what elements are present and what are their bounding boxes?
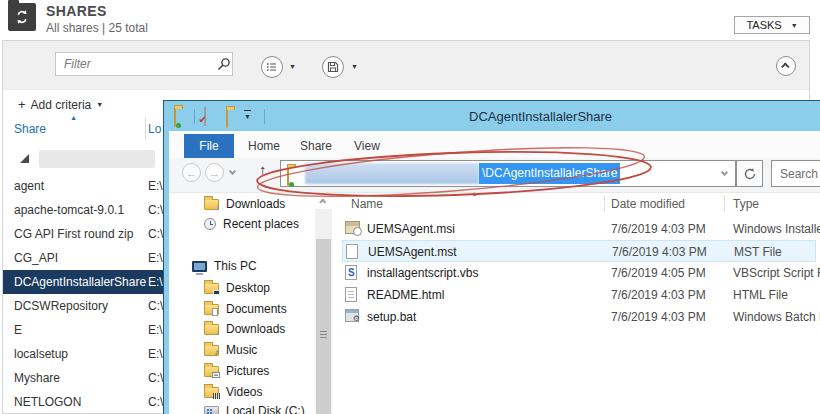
group-expand-icon[interactable]	[20, 154, 29, 163]
nav-label: This PC	[214, 259, 257, 273]
column-separator	[145, 118, 146, 140]
nav-label: Local Disk (C:)	[226, 404, 305, 414]
address-dropdown-chevron-icon[interactable]	[721, 169, 728, 176]
column-header-local-path[interactable]: Lo	[148, 122, 161, 136]
file-row-bat[interactable]: ⚙ setup.bat 7/6/2019 4:03 PM Windows Bat…	[342, 306, 816, 328]
chevron-up-icon	[781, 62, 789, 70]
forward-arrow-icon: →	[209, 167, 220, 179]
share-name: E	[14, 323, 22, 337]
up-button[interactable]: ↑	[259, 161, 267, 178]
column-separator	[724, 195, 725, 212]
file-date: 7/6/2019 4:05 PM	[611, 266, 706, 280]
file-name: UEMSAgent.msi	[367, 222, 455, 236]
search-input[interactable]: Search	[771, 160, 820, 187]
qat-properties-button[interactable]: ✔	[204, 107, 206, 126]
nav-item-music[interactable]: ♪ Music	[204, 341, 257, 359]
file-date: 7/6/2019 4:03 PM	[611, 310, 706, 324]
nav-item-downloads[interactable]: ↓ Downloads	[204, 195, 285, 213]
local-disk-icon	[204, 406, 219, 414]
share-path: E:\	[148, 251, 163, 265]
column-header-type[interactable]: Type	[733, 197, 759, 211]
share-user-dot-icon	[176, 123, 181, 128]
file-name: README.html	[367, 288, 444, 302]
file-row-html[interactable]: README.html 7/6/2019 4:03 PM HTML File	[342, 284, 816, 306]
file-row-msi[interactable]: UEMSAgent.msi 7/6/2019 4:03 PM Windows I…	[342, 218, 816, 240]
music-folder-icon: ♪	[204, 345, 219, 356]
share-path: E:\	[148, 347, 163, 361]
mini-screen-icon	[213, 290, 220, 295]
mini-film-icon	[213, 393, 220, 399]
file-name: installagentscript.vbs	[367, 266, 478, 280]
column-header-share[interactable]: Share	[14, 122, 46, 136]
downloads-folder-icon: ↓	[204, 324, 219, 335]
forward-button[interactable]: →	[205, 163, 224, 182]
tab-home[interactable]: Home	[248, 139, 280, 153]
pictures-folder-icon	[204, 366, 219, 377]
file-type: HTML File	[733, 288, 788, 302]
nav-scrollbar-thumb[interactable]	[316, 239, 331, 414]
nav-item-downloads-pc[interactable]: ↓ Downloads	[204, 320, 285, 338]
nav-scrollbar-up-button[interactable]	[315, 193, 332, 209]
nav-item-videos[interactable]: Videos	[204, 383, 262, 401]
save-query-button[interactable]	[322, 56, 344, 78]
collapse-panel-button[interactable]	[776, 56, 796, 76]
window-title: DCAgentInstallalerShare	[469, 109, 612, 124]
explorer-window: ✔ ▼ DCAgentInstallalerShare File Home Sh…	[163, 100, 820, 414]
share-name: CG_API	[14, 251, 58, 265]
list-view-button[interactable]	[261, 56, 283, 78]
vbscript-file-icon: S	[345, 265, 357, 280]
tab-file[interactable]: File	[184, 134, 234, 158]
share-path: C:\	[148, 227, 163, 241]
nav-item-local-disk-c[interactable]: Local Disk (C:)	[204, 402, 305, 414]
nav-item-recent-places[interactable]: Recent places	[204, 215, 299, 233]
tasks-button[interactable]: TASKS ▼	[734, 16, 810, 34]
nav-label: Pictures	[226, 364, 269, 378]
redacted-server-name	[39, 150, 155, 168]
file-date: 7/6/2019 4:03 PM	[612, 245, 707, 259]
nav-label: Recent places	[223, 217, 299, 231]
column-header-date-modified[interactable]: Date modified	[611, 197, 685, 211]
list-icon	[266, 61, 278, 73]
batch-file-icon: ⚙	[345, 309, 359, 322]
refresh-button[interactable]	[736, 160, 763, 187]
address-folder-icon	[287, 167, 289, 186]
scrollbar-grip-icon	[320, 331, 327, 332]
filter-input[interactable]	[55, 52, 233, 76]
nav-item-desktop[interactable]: Desktop	[204, 279, 270, 297]
share-path: E:\	[148, 275, 163, 289]
list-view-caret-icon[interactable]: ▼	[289, 63, 296, 70]
tab-share[interactable]: Share	[300, 139, 332, 153]
file-row-mst-selected[interactable]: UEMSAgent.mst 7/6/2019 4:03 PM MST File	[342, 240, 816, 262]
address-bar[interactable]: \DCAgentInstallalerShare	[280, 160, 736, 187]
add-criteria-button[interactable]: + Add criteria ▼	[18, 97, 103, 112]
redacted-address-path	[305, 163, 479, 184]
address-path-selected-text: \DCAgentInstallalerShare	[479, 163, 620, 184]
computer-icon	[192, 261, 207, 272]
nav-item-pictures[interactable]: Pictures	[204, 362, 269, 380]
tab-view[interactable]: View	[354, 139, 380, 153]
sort-ascending-icon: ▲	[70, 114, 77, 121]
nav-item-this-pc[interactable]: This PC	[192, 257, 257, 275]
add-criteria-caret-icon: ▼	[96, 101, 103, 108]
file-name: setup.bat	[367, 310, 416, 324]
share-path: E:\	[148, 323, 163, 337]
save-query-caret-icon[interactable]: ▼	[351, 63, 358, 70]
page-title: SHARES	[46, 3, 107, 19]
back-button[interactable]: ←	[182, 163, 201, 182]
nav-label: Downloads	[226, 197, 285, 211]
shared-folder-icon	[174, 108, 176, 127]
nav-item-documents[interactable]: Documents	[204, 300, 287, 318]
qat-customize-caret-icon[interactable]: ▼	[244, 110, 251, 120]
qat-new-folder-button[interactable]	[226, 109, 228, 128]
nav-label: Music	[226, 343, 257, 357]
gear-icon: ⚙	[353, 315, 360, 323]
share-name: NETLOGON	[14, 395, 81, 409]
blank-file-icon	[346, 244, 358, 259]
column-header-name[interactable]: Name	[351, 197, 383, 211]
share-user-dot-icon	[289, 182, 294, 187]
nav-label: Videos	[226, 385, 262, 399]
file-row-vbs[interactable]: S installagentscript.vbs 7/6/2019 4:05 P…	[342, 262, 816, 284]
file-date: 7/6/2019 4:03 PM	[611, 288, 706, 302]
titlebar-separator	[264, 109, 265, 124]
nav-label: Documents	[226, 302, 287, 316]
